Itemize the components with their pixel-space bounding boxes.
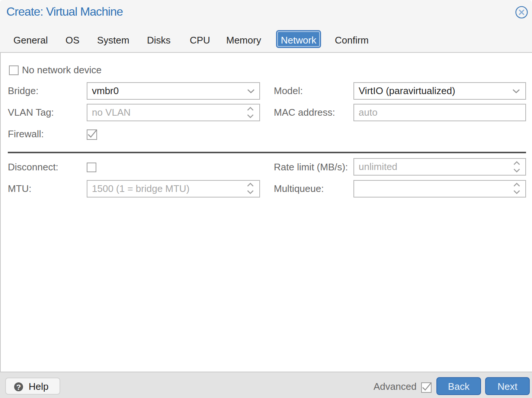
svg-text:?: ? bbox=[16, 382, 21, 391]
